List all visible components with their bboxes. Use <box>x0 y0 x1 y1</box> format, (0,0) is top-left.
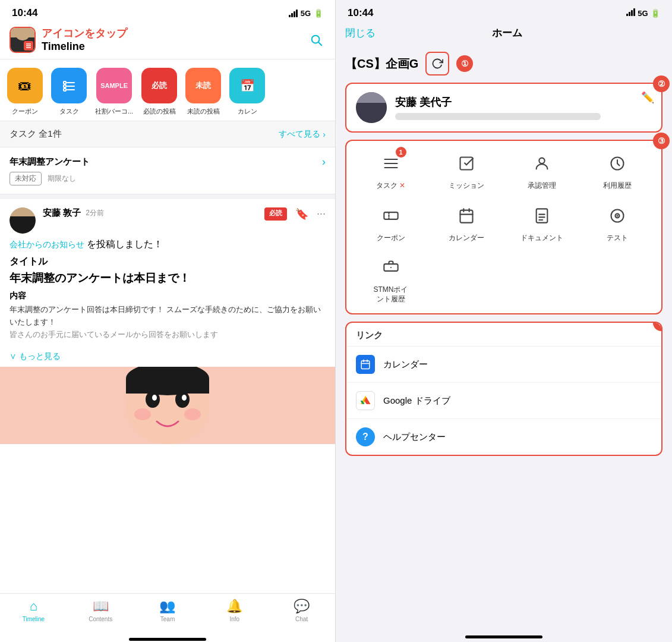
right-home-indicator <box>465 635 542 638</box>
nav-timeline[interactable]: ⌂ Timeline <box>0 599 67 622</box>
nav-contents[interactable]: 📖 Contents <box>67 599 134 622</box>
header-instruction: アイコンをタップ <box>42 26 307 40</box>
see-more-text: ∨ もっと見る <box>10 351 61 362</box>
menu-item-coupon[interactable]: クーポン <box>356 203 425 243</box>
coupon-icon: 🎟 <box>7 68 43 103</box>
see-all-text: すべて見る <box>279 129 320 140</box>
svg-rect-28 <box>460 210 472 222</box>
required-badge: 必読 <box>264 207 287 221</box>
left-header: アイコンをタップ Timeline <box>0 21 335 59</box>
see-all-button[interactable]: すべて見る › <box>279 129 326 140</box>
nav-team[interactable]: 👥 Team <box>134 599 201 622</box>
user-avatar <box>356 92 387 123</box>
left-status-icons: 5G 🔋 <box>289 9 323 18</box>
timeline-nav-icon: ⌂ <box>30 599 37 614</box>
bookmark-icon[interactable]: 🔖 <box>295 207 308 221</box>
left-phone: 10:44 5G 🔋 アイコンをタップ Timeline <box>0 0 336 642</box>
post-actions: 必読 🔖 ··· <box>264 207 326 221</box>
task-item[interactable]: 年末調整アンケート › 未対応 期限なし <box>0 147 335 194</box>
task-badge: 1 <box>396 147 406 158</box>
shortcut-task[interactable]: タスク <box>51 68 87 116</box>
left-home-indicator <box>129 638 206 641</box>
calendar-link-icon <box>356 355 375 374</box>
link-item-calendar[interactable]: カレンダー <box>346 347 661 383</box>
link-item-help[interactable]: ? ヘルプセンター <box>346 419 661 455</box>
edit-icon[interactable]: ✏️ <box>641 91 654 104</box>
chevron-right-icon: › <box>322 156 326 168</box>
link-item-gdrive[interactable]: Google ドライブ <box>346 383 661 419</box>
team-nav-icon: 👥 <box>159 599 175 614</box>
svg-rect-5 <box>64 81 66 84</box>
shortcut-required[interactable]: 必読 必読の投稿 <box>141 68 177 116</box>
menu-item-calendar[interactable]: カレンダー <box>431 203 501 243</box>
menu-item-history[interactable]: 利用履歴 <box>582 150 652 191</box>
close-button[interactable]: 閉じる <box>345 26 376 40</box>
menu-item-mission[interactable]: ミッション <box>431 150 501 191</box>
right-header-title: ホーム <box>492 26 522 40</box>
svg-point-24 <box>539 158 544 163</box>
user-info: 安藤 美代子 <box>395 95 652 120</box>
group-title: 【CS】企画G <box>345 56 418 72</box>
calendar-label: カレン <box>238 107 257 116</box>
nav-info[interactable]: 🔔 Info <box>201 599 268 622</box>
post-time: 2分前 <box>86 208 104 218</box>
test-menu-label: テスト <box>607 234 628 243</box>
more-icon[interactable]: ··· <box>317 207 326 221</box>
refresh-button[interactable] <box>425 52 449 75</box>
menu-item-approval[interactable]: 承認管理 <box>507 150 576 191</box>
links-header: リンク <box>346 323 661 347</box>
task-count-label: タスク 全1件 <box>10 128 279 140</box>
post-link[interactable]: 会社からのお知らせ <box>10 240 84 249</box>
task-meta: 未対応 期限なし <box>10 172 326 185</box>
see-all-chevron: › <box>323 130 326 139</box>
svg-rect-13 <box>126 379 209 394</box>
svg-rect-23 <box>460 158 472 170</box>
contents-nav-label: Contents <box>89 616 112 622</box>
help-link-icon: ? <box>356 427 375 446</box>
menu-section: ③ 1 タスク ✕ ミッション <box>345 140 662 314</box>
post-body-label: 内容 <box>10 291 326 301</box>
approval-menu-label: 承認管理 <box>528 181 556 191</box>
shortcut-unread[interactable]: 未読 未読の投稿 <box>185 68 221 116</box>
right-time: 10:44 <box>348 7 373 19</box>
task-section: タスク 全1件 すべて見る › <box>0 121 335 147</box>
post-faded-text: 皆さんのお手元に届いているメールから回答をお願いします <box>10 329 326 341</box>
circle-num-2: ② <box>653 75 670 92</box>
calendar-menu-icon <box>453 203 479 229</box>
shortcut-calendar[interactable]: 📅 カレン <box>229 68 265 116</box>
post-info: 安藤 敦子 2分前 <box>43 207 257 219</box>
unread-label: 未読の投稿 <box>187 107 220 116</box>
avatar-box[interactable] <box>10 27 36 53</box>
help-link-label: ヘルプセンター <box>383 432 446 443</box>
calendar-shortcut-icon: 📅 <box>229 68 265 103</box>
menu-item-points[interactable]: STMNポイント履歴 <box>356 254 425 304</box>
nav-chat[interactable]: 💬 Chat <box>268 599 335 622</box>
required-label: 必読の投稿 <box>143 107 176 116</box>
svg-point-18 <box>134 408 151 420</box>
post-divider <box>0 194 335 199</box>
task-menu-label: タスク ✕ <box>376 181 405 191</box>
shortcuts-row: 🎟 クーポン タスク SAMPLE 社割バーコ... 必読 必読の投稿 未読 未… <box>0 59 335 121</box>
required-icon: 必読 <box>141 68 177 103</box>
calendar-menu-label: カレンダー <box>449 234 484 243</box>
signal-icon <box>289 9 298 17</box>
menu-item-test[interactable]: テスト <box>582 203 652 243</box>
shortcut-barcode[interactable]: SAMPLE 社割バーコ... <box>95 68 133 116</box>
task-title: 年末調整アンケート <box>10 156 316 168</box>
see-more-button[interactable]: ∨ もっと見る <box>0 347 335 367</box>
menu-item-document[interactable]: ドキュメント <box>507 203 576 243</box>
task-icon <box>51 68 87 103</box>
right-network-label: 5G <box>638 9 648 18</box>
search-button[interactable] <box>307 30 326 49</box>
post-author-row: 安藤 敦子 2分前 <box>43 207 257 219</box>
unread-icon: 未読 <box>185 68 221 103</box>
svg-rect-7 <box>64 85 66 87</box>
right-header: 閉じる ホーム <box>336 21 672 47</box>
menu-item-task[interactable]: 1 タスク ✕ <box>356 150 425 191</box>
post-header: 安藤 敦子 2分前 必読 🔖 ··· <box>0 199 335 238</box>
svg-point-38 <box>617 215 617 216</box>
approval-menu-icon <box>529 150 555 177</box>
shortcut-coupon[interactable]: 🎟 クーポン <box>7 68 43 116</box>
barcode-icon: SAMPLE <box>96 68 132 103</box>
user-name: 安藤 美代子 <box>395 95 652 109</box>
